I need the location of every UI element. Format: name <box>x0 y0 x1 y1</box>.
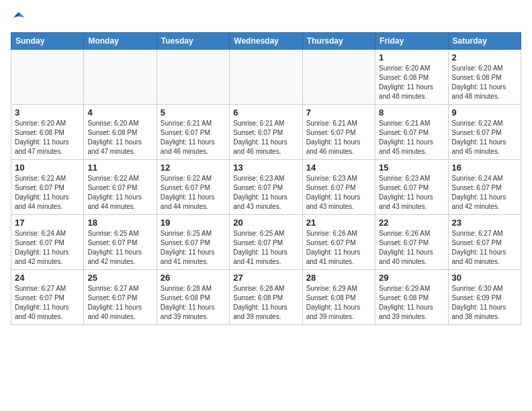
day-number: 22 <box>379 218 444 228</box>
col-header-tuesday: Tuesday <box>157 33 229 50</box>
day-cell <box>157 50 229 105</box>
col-header-sunday: Sunday <box>11 33 84 50</box>
week-row-3: 10Sunrise: 6:22 AM Sunset: 6:07 PM Dayli… <box>11 160 521 215</box>
day-info: Sunrise: 6:29 AM Sunset: 6:08 PM Dayligh… <box>379 284 444 322</box>
day-info: Sunrise: 6:21 AM Sunset: 6:07 PM Dayligh… <box>161 119 226 156</box>
day-number: 6 <box>233 107 298 118</box>
day-info: Sunrise: 6:20 AM Sunset: 6:08 PM Dayligh… <box>15 119 80 156</box>
header <box>11 11 521 24</box>
day-number: 2 <box>452 52 517 62</box>
day-info: Sunrise: 6:25 AM Sunset: 6:07 PM Dayligh… <box>87 229 152 267</box>
day-cell: 25Sunrise: 6:27 AM Sunset: 6:07 PM Dayli… <box>84 270 157 325</box>
calendar-header-row: SundayMondayTuesdayWednesdayThursdayFrid… <box>11 33 521 50</box>
day-info: Sunrise: 6:29 AM Sunset: 6:08 PM Dayligh… <box>306 284 371 322</box>
week-row-4: 17Sunrise: 6:24 AM Sunset: 6:07 PM Dayli… <box>11 215 521 270</box>
day-cell: 3Sunrise: 6:20 AM Sunset: 6:08 PM Daylig… <box>11 105 84 160</box>
day-number: 3 <box>15 107 80 118</box>
col-header-friday: Friday <box>375 33 448 50</box>
day-cell: 16Sunrise: 6:24 AM Sunset: 6:07 PM Dayli… <box>448 160 521 215</box>
day-cell: 2Sunrise: 6:20 AM Sunset: 6:08 PM Daylig… <box>448 50 521 105</box>
day-number: 1 <box>379 52 444 62</box>
day-cell: 22Sunrise: 6:26 AM Sunset: 6:07 PM Dayli… <box>375 215 448 270</box>
day-cell: 5Sunrise: 6:21 AM Sunset: 6:07 PM Daylig… <box>157 105 229 160</box>
col-header-thursday: Thursday <box>302 33 375 50</box>
day-info: Sunrise: 6:27 AM Sunset: 6:07 PM Dayligh… <box>452 229 517 267</box>
day-number: 14 <box>306 163 371 173</box>
week-row-2: 3Sunrise: 6:20 AM Sunset: 6:08 PM Daylig… <box>11 105 521 160</box>
day-number: 9 <box>452 107 517 118</box>
day-cell: 23Sunrise: 6:27 AM Sunset: 6:07 PM Dayli… <box>448 215 521 270</box>
day-info: Sunrise: 6:26 AM Sunset: 6:07 PM Dayligh… <box>306 229 371 267</box>
day-info: Sunrise: 6:22 AM Sunset: 6:07 PM Dayligh… <box>452 119 517 156</box>
day-cell: 11Sunrise: 6:22 AM Sunset: 6:07 PM Dayli… <box>84 160 157 215</box>
day-number: 12 <box>161 163 226 173</box>
day-cell: 28Sunrise: 6:29 AM Sunset: 6:08 PM Dayli… <box>302 270 375 325</box>
col-header-wednesday: Wednesday <box>230 33 302 50</box>
day-info: Sunrise: 6:23 AM Sunset: 6:07 PM Dayligh… <box>379 174 444 212</box>
day-cell: 17Sunrise: 6:24 AM Sunset: 6:07 PM Dayli… <box>11 215 84 270</box>
day-cell: 24Sunrise: 6:27 AM Sunset: 6:07 PM Dayli… <box>11 270 84 325</box>
day-info: Sunrise: 6:24 AM Sunset: 6:07 PM Dayligh… <box>452 174 517 212</box>
day-cell <box>11 50 84 105</box>
day-cell: 10Sunrise: 6:22 AM Sunset: 6:07 PM Dayli… <box>11 160 84 215</box>
day-number: 11 <box>87 163 152 173</box>
day-info: Sunrise: 6:27 AM Sunset: 6:07 PM Dayligh… <box>15 284 80 322</box>
day-cell <box>84 50 157 105</box>
day-number: 25 <box>87 273 152 283</box>
day-cell: 7Sunrise: 6:21 AM Sunset: 6:07 PM Daylig… <box>302 105 375 160</box>
day-number: 5 <box>161 107 226 118</box>
day-cell: 30Sunrise: 6:30 AM Sunset: 6:09 PM Dayli… <box>448 270 521 325</box>
week-row-1: 1Sunrise: 6:20 AM Sunset: 6:08 PM Daylig… <box>11 50 521 105</box>
day-info: Sunrise: 6:20 AM Sunset: 6:08 PM Dayligh… <box>87 119 152 156</box>
day-number: 23 <box>452 218 517 228</box>
day-info: Sunrise: 6:21 AM Sunset: 6:07 PM Dayligh… <box>306 119 371 156</box>
day-info: Sunrise: 6:26 AM Sunset: 6:07 PM Dayligh… <box>379 229 444 267</box>
day-info: Sunrise: 6:22 AM Sunset: 6:07 PM Dayligh… <box>87 174 152 212</box>
day-number: 18 <box>87 218 152 228</box>
day-number: 21 <box>306 218 371 228</box>
day-cell: 21Sunrise: 6:26 AM Sunset: 6:07 PM Dayli… <box>302 215 375 270</box>
day-number: 29 <box>379 273 444 283</box>
day-info: Sunrise: 6:21 AM Sunset: 6:07 PM Dayligh… <box>233 119 298 156</box>
day-number: 28 <box>306 273 371 283</box>
day-info: Sunrise: 6:20 AM Sunset: 6:08 PM Dayligh… <box>452 64 517 101</box>
day-number: 20 <box>233 218 298 228</box>
day-number: 30 <box>452 273 517 283</box>
page: SundayMondayTuesdayWednesdayThursdayFrid… <box>0 0 532 336</box>
day-info: Sunrise: 6:21 AM Sunset: 6:07 PM Dayligh… <box>379 119 444 156</box>
day-number: 13 <box>233 163 298 173</box>
day-cell: 19Sunrise: 6:25 AM Sunset: 6:07 PM Dayli… <box>157 215 229 270</box>
day-info: Sunrise: 6:30 AM Sunset: 6:09 PM Dayligh… <box>452 284 517 322</box>
day-cell: 9Sunrise: 6:22 AM Sunset: 6:07 PM Daylig… <box>448 105 521 160</box>
day-number: 24 <box>15 273 80 283</box>
day-cell: 8Sunrise: 6:21 AM Sunset: 6:07 PM Daylig… <box>375 105 448 160</box>
day-cell: 6Sunrise: 6:21 AM Sunset: 6:07 PM Daylig… <box>230 105 302 160</box>
day-number: 4 <box>87 107 152 118</box>
day-info: Sunrise: 6:23 AM Sunset: 6:07 PM Dayligh… <box>306 174 371 212</box>
day-number: 10 <box>15 163 80 173</box>
logo-icon <box>12 11 26 24</box>
day-cell: 18Sunrise: 6:25 AM Sunset: 6:07 PM Dayli… <box>84 215 157 270</box>
day-info: Sunrise: 6:22 AM Sunset: 6:07 PM Dayligh… <box>15 174 80 212</box>
day-number: 26 <box>161 273 226 283</box>
day-cell: 12Sunrise: 6:22 AM Sunset: 6:07 PM Dayli… <box>157 160 229 215</box>
day-number: 7 <box>306 107 371 118</box>
day-info: Sunrise: 6:25 AM Sunset: 6:07 PM Dayligh… <box>233 229 298 267</box>
day-cell: 26Sunrise: 6:28 AM Sunset: 6:08 PM Dayli… <box>157 270 229 325</box>
day-cell: 14Sunrise: 6:23 AM Sunset: 6:07 PM Dayli… <box>302 160 375 215</box>
day-cell: 1Sunrise: 6:20 AM Sunset: 6:08 PM Daylig… <box>375 50 448 105</box>
day-number: 17 <box>15 218 80 228</box>
day-number: 19 <box>161 218 226 228</box>
day-info: Sunrise: 6:23 AM Sunset: 6:07 PM Dayligh… <box>233 174 298 212</box>
col-header-monday: Monday <box>84 33 157 50</box>
day-info: Sunrise: 6:28 AM Sunset: 6:08 PM Dayligh… <box>233 284 298 322</box>
day-number: 8 <box>379 107 444 118</box>
day-cell: 13Sunrise: 6:23 AM Sunset: 6:07 PM Dayli… <box>230 160 302 215</box>
day-info: Sunrise: 6:20 AM Sunset: 6:08 PM Dayligh… <box>379 64 444 101</box>
day-cell: 20Sunrise: 6:25 AM Sunset: 6:07 PM Dayli… <box>230 215 302 270</box>
day-info: Sunrise: 6:24 AM Sunset: 6:07 PM Dayligh… <box>15 229 80 267</box>
day-cell <box>302 50 375 105</box>
calendar-table: SundayMondayTuesdayWednesdayThursdayFrid… <box>11 32 521 325</box>
day-number: 27 <box>233 273 298 283</box>
day-info: Sunrise: 6:22 AM Sunset: 6:07 PM Dayligh… <box>161 174 226 212</box>
